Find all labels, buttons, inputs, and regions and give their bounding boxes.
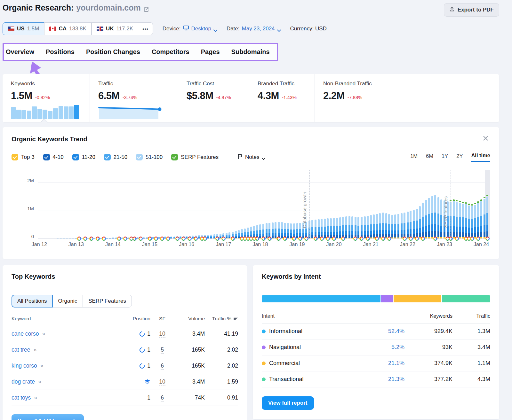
google-update-icon[interactable] [353,237,357,241]
trend-bar[interactable] [213,234,215,238]
checkbox-4-10[interactable] [43,154,50,160]
serp-features-count[interactable]: 6 [161,362,164,369]
trend-bar[interactable] [407,212,409,238]
google-update-icon[interactable] [139,237,143,241]
trend-bar[interactable] [210,235,212,238]
trend-bar[interactable] [272,222,274,238]
trend-bar[interactable] [180,236,181,238]
trend-bar[interactable] [100,238,102,238]
trend-bar[interactable] [367,216,369,238]
trend-bar[interactable] [336,218,338,238]
trend-bar[interactable] [416,209,418,238]
keyword-link[interactable]: cat tree [12,346,30,353]
range-6m[interactable]: 6M [426,153,433,161]
trend-bar[interactable] [164,237,166,238]
tab-competitors[interactable]: Competitors [152,48,189,56]
google-update-icon[interactable] [203,237,207,241]
keywords-sparkline[interactable] [11,105,90,119]
google-update-icon[interactable] [117,237,121,241]
filter-tab-organic[interactable]: Organic [53,295,83,307]
tab-subdomains[interactable]: Subdomains [231,48,270,56]
trend-bar[interactable] [238,230,240,238]
checkbox-21-50[interactable] [104,154,111,160]
google-update-icon[interactable] [381,237,385,241]
trend-bar[interactable] [419,206,421,238]
checkbox-top-3[interactable] [12,154,18,160]
position-link-icon[interactable] [139,347,145,353]
trend-bar[interactable] [327,218,329,238]
trend-bar[interactable] [259,224,261,238]
google-update-icon[interactable] [231,237,235,241]
trend-bar[interactable] [170,237,172,238]
google-update-icon[interactable] [476,237,480,241]
trend-bar[interactable] [468,204,470,238]
google-update-icon[interactable] [415,237,419,241]
trend-bar[interactable] [318,219,320,238]
country-tab-us[interactable]: US1.5M [3,22,44,35]
google-update-icon[interactable] [255,237,259,241]
trend-bar[interactable] [382,213,384,238]
filter-tab-serp-features[interactable]: SERP Features [83,295,132,307]
trend-bar[interactable] [281,222,283,238]
trend-bar[interactable] [93,238,95,238]
trend-bar[interactable] [81,238,83,238]
checkbox-51-100[interactable] [136,154,143,160]
google-update-icon[interactable] [332,237,336,241]
trend-bar[interactable] [453,199,455,238]
trend-bar[interactable] [351,216,353,238]
legend-top-3[interactable]: Top 3 [12,154,35,160]
trend-bar[interactable] [109,238,111,238]
position-link-icon[interactable] [139,363,145,369]
intent-segment-informational[interactable] [262,295,380,302]
notes-dropdown[interactable]: Notes [237,154,265,161]
trend-bar[interactable] [410,211,412,238]
trend-bar[interactable] [63,238,65,238]
range-all-time[interactable]: All time [471,152,490,162]
trend-bar[interactable] [333,218,335,238]
google-update-icon[interactable] [102,237,106,241]
google-update-icon[interactable] [366,237,370,241]
expand-icon[interactable]: » [42,331,45,337]
trend-bar[interactable] [397,214,399,238]
trend-bar[interactable] [364,216,366,238]
trend-bar[interactable] [60,238,62,238]
country-tab-ca[interactable]: CA133.8K [44,22,91,35]
trend-bar[interactable] [278,222,280,238]
trend-bar[interactable] [75,238,77,238]
google-update-icon[interactable] [188,237,192,241]
export-pdf-button[interactable]: Export to PDF [444,3,499,17]
trend-bar[interactable] [207,235,209,239]
google-update-icon[interactable] [421,237,425,241]
intent-segment-navigational[interactable] [381,295,393,302]
serp-features-count[interactable]: 10 [159,331,165,338]
trend-bar[interactable] [471,204,473,238]
trend-bar[interactable] [284,223,286,238]
intent-percent[interactable]: 52.4% [366,328,404,335]
expand-icon[interactable]: » [33,346,36,353]
trend-bar[interactable] [137,237,139,238]
google-update-icon[interactable] [359,237,364,241]
trend-bar[interactable] [121,237,123,238]
trend-bar[interactable] [428,198,430,238]
trend-bar[interactable] [480,199,482,238]
intent-stacked-bar[interactable] [262,295,490,302]
trend-bar[interactable] [376,214,378,238]
range-1y[interactable]: 1Y [442,153,448,161]
google-update-icon[interactable] [77,237,81,241]
google-update-icon[interactable] [132,237,137,241]
trend-bar[interactable] [158,237,160,238]
serp-features-count[interactable]: 5 [161,346,164,354]
trend-bar[interactable] [146,237,148,238]
trend-bar[interactable] [235,231,237,238]
country-tab-uk[interactable]: UK117.2K [92,22,138,35]
trend-bar[interactable] [275,222,276,238]
google-update-icon[interactable] [409,237,413,241]
google-update-icon[interactable] [160,237,164,241]
google-update-icon[interactable] [181,237,186,241]
trend-bar[interactable] [324,219,326,238]
legend-21-50[interactable]: 21-50 [104,154,127,160]
keyword-link[interactable]: cat toys [12,394,31,401]
trend-bar[interactable] [361,217,363,238]
trend-bar[interactable] [293,223,295,238]
trend-bar[interactable] [287,223,289,238]
